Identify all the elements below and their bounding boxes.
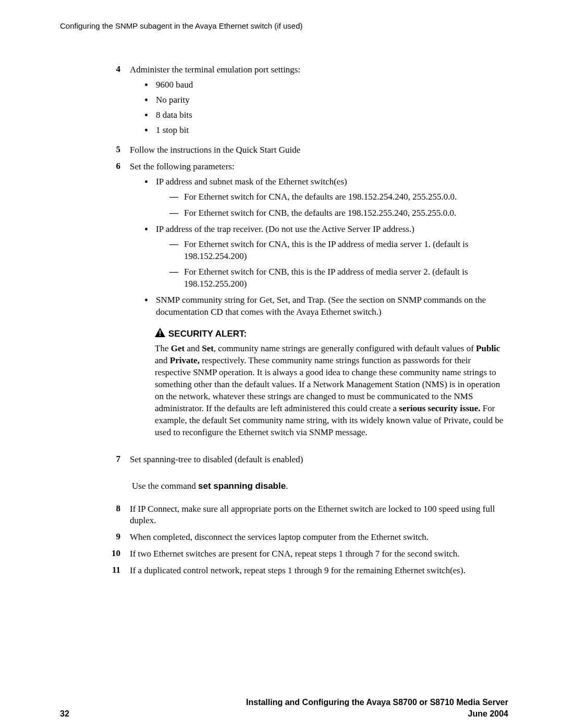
- command-text: set spanning disable: [198, 481, 286, 491]
- list-item-text: IP address of the trap receiver. (Do not…: [156, 224, 414, 234]
- step-text: If two Ethernet switches are present for…: [130, 549, 460, 559]
- step-number: 5: [103, 144, 130, 156]
- sub-text: .: [286, 481, 288, 491]
- alert-bold: serious security issue.: [399, 403, 480, 413]
- step-8: 8 If IP Connect, make sure all appropria…: [103, 503, 508, 527]
- step-number: 8: [103, 503, 130, 527]
- alert-text: The: [155, 343, 171, 353]
- list-item: IP address of the trap receiver. (Do not…: [144, 224, 508, 291]
- steps-list: 4 Administer the terminal emulation port…: [103, 64, 508, 577]
- list-item: 1 stop bit: [144, 125, 508, 137]
- list-item: IP address and subnet mask of the Ethern…: [144, 176, 508, 219]
- alert-title: SECURITY ALERT:: [168, 328, 247, 340]
- step-9: 9 When completed, disconnect the service…: [103, 531, 508, 544]
- list-item: 9600 baud: [144, 79, 508, 91]
- alert-text: and: [185, 343, 202, 353]
- step-text: When completed, disconnect the services …: [130, 532, 429, 542]
- list-item: No parity: [144, 94, 508, 106]
- alert-text: , community name strings are generally c…: [214, 343, 476, 353]
- footer-title: Installing and Configuring the Avaya S87…: [246, 697, 508, 708]
- alert-bold: Private,: [170, 355, 200, 365]
- step-number: 6: [103, 161, 130, 449]
- alert-text: and: [155, 355, 170, 365]
- step-text: Follow the instructions in the Quick Sta…: [130, 145, 300, 155]
- sub-list-item: For Ethernet switch for CNB, this is the…: [169, 266, 508, 290]
- sub-list-item: For Ethernet switch for CNB, the default…: [169, 207, 508, 219]
- page-footer: 32 Installing and Configuring the Avaya …: [60, 697, 508, 719]
- svg-rect-1: [160, 330, 161, 334]
- step-10: 10 If two Ethernet switches are present …: [103, 548, 508, 560]
- step-number: 10: [103, 548, 130, 560]
- step-number: 7: [103, 453, 130, 499]
- page-number: 32: [60, 708, 69, 720]
- step-11: 11 If a duplicated control network, repe…: [103, 564, 508, 577]
- step-number: 11: [103, 564, 130, 577]
- list-item: SNMP community string for Get, Set, and …: [144, 294, 508, 318]
- step-text: Set the following parameters:: [130, 162, 235, 171]
- step-text: Administer the terminal emulation port s…: [130, 65, 300, 75]
- step-text: Set spanning-tree to disabled (default i…: [130, 454, 303, 464]
- step-text: If IP Connect, make sure all appropriate…: [130, 504, 495, 526]
- alert-bold: Public: [476, 343, 500, 353]
- step-text: If a duplicated control network, repeat …: [130, 565, 466, 575]
- security-alert: SECURITY ALERT: The Get and Set, communi…: [155, 328, 508, 438]
- alert-bold: Set: [202, 343, 214, 353]
- step-5: 5 Follow the instructions in the Quick S…: [103, 144, 508, 156]
- sub-text: Use the command: [132, 481, 198, 491]
- list-item-text: IP address and subnet mask of the Ethern…: [156, 177, 347, 187]
- step-6: 6 Set the following parameters: IP addre…: [103, 161, 508, 449]
- alert-bold: Get: [171, 343, 185, 353]
- step-number: 9: [103, 531, 130, 544]
- step-subtext: Use the command set spanning disable.: [132, 480, 508, 492]
- sub-list-item: For Ethernet switch for CNA, the default…: [169, 191, 508, 203]
- alert-body: The Get and Set, community name strings …: [155, 343, 508, 439]
- page-header: Configuring the SNMP subagent in the Ava…: [60, 21, 508, 31]
- step-number: 4: [103, 64, 130, 140]
- svg-rect-2: [160, 335, 161, 336]
- list-item: 8 data bits: [144, 109, 508, 121]
- sub-list-item: For Ethernet switch for CNA, this is the…: [169, 239, 508, 263]
- step-4: 4 Administer the terminal emulation port…: [103, 64, 508, 140]
- footer-date: June 2004: [246, 708, 508, 720]
- step-7: 7 Set spanning-tree to disabled (default…: [103, 453, 508, 499]
- warning-icon: [155, 328, 165, 341]
